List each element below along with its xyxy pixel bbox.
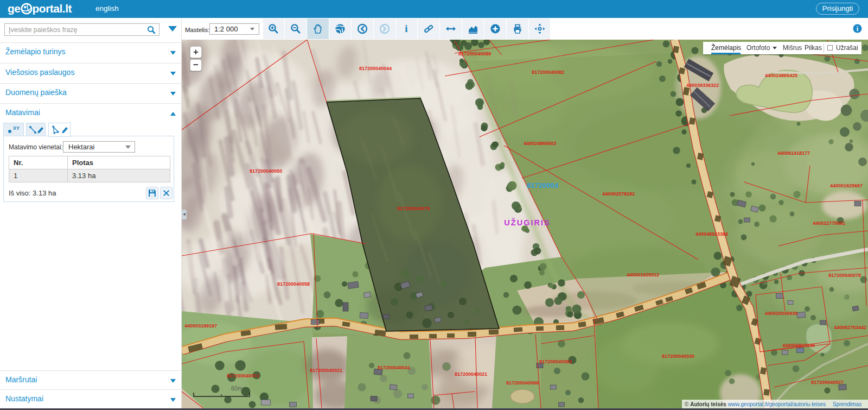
- svg-text:817200040089: 817200040089: [458, 51, 491, 56]
- svg-text:817200040066: 817200040066: [506, 380, 539, 386]
- svg-text:440022775691: 440022775691: [813, 220, 845, 226]
- svg-text:817200040072: 817200040072: [227, 373, 259, 379]
- svg-text:817200040079: 817200040079: [397, 206, 430, 211]
- svg-text:817200040021: 817200040021: [455, 371, 487, 377]
- svg-text:440024865603: 440024865603: [524, 141, 556, 146]
- svg-text:817200040027: 817200040027: [811, 380, 844, 385]
- svg-text:817200040058: 817200040058: [277, 281, 310, 287]
- svg-text:81720004: 81720004: [527, 181, 559, 190]
- svg-text:817200040078: 817200040078: [828, 273, 861, 278]
- svg-text:XY: XY: [13, 125, 20, 131]
- svg-text:60m: 60m: [231, 385, 242, 392]
- svg-text:440056823446: 440056823446: [782, 343, 815, 348]
- svg-text:817200040083: 817200040083: [539, 359, 572, 364]
- svg-text:440061418177: 440061418177: [777, 150, 810, 156]
- svg-text:817200040082: 817200040082: [532, 70, 564, 75]
- svg-text:440020040939: 440020040939: [765, 311, 797, 316]
- svg-text:i: i: [405, 23, 408, 34]
- svg-text:440001625667: 440001625667: [830, 183, 863, 188]
- svg-text:817200040050: 817200040050: [250, 168, 282, 174]
- svg-text:440062753442: 440062753442: [834, 325, 866, 330]
- svg-text:440003199197: 440003199197: [184, 323, 217, 329]
- svg-text:440001625512: 440001625512: [627, 272, 659, 277]
- svg-text:817200040044: 817200040044: [359, 66, 392, 71]
- svg-text:440062578292: 440062578292: [602, 191, 635, 197]
- svg-text:UŽUGIRIS: UŽUGIRIS: [504, 218, 550, 227]
- svg-text:440039336322: 440039336322: [686, 83, 719, 88]
- svg-text:440024865425: 440024865425: [765, 73, 797, 78]
- svg-text:817200040021: 817200040021: [310, 368, 342, 373]
- svg-text:440048923386: 440048923386: [695, 231, 728, 237]
- svg-text:817200040030: 817200040030: [662, 354, 694, 359]
- svg-text:817200040041: 817200040041: [378, 365, 410, 370]
